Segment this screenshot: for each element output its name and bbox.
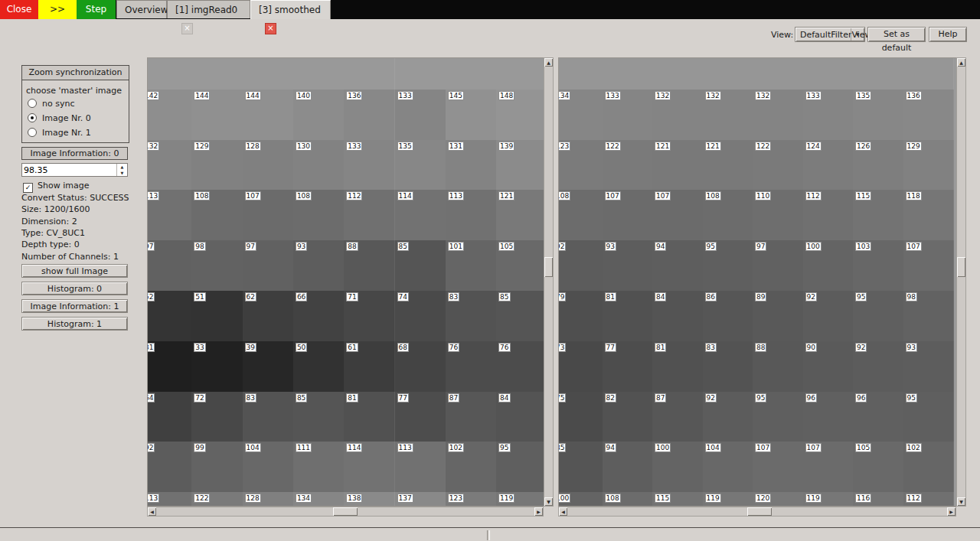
pixel-cell: 118	[903, 190, 955, 241]
step-button[interactable]: Step	[77, 0, 116, 19]
scroll-right-icon[interactable]: ▶	[534, 507, 543, 516]
pixel-cell: 102	[903, 442, 955, 493]
radio-icon[interactable]	[28, 128, 37, 137]
scroll-down-icon[interactable]: ▼	[544, 497, 553, 506]
chevron-down-icon[interactable]: ▼	[851, 28, 864, 41]
horizontal-scrollbar-0[interactable]: ◀ ▶	[147, 507, 544, 517]
pixel-cell: 92	[803, 291, 854, 342]
scrollbar-thumb[interactable]	[333, 507, 358, 516]
view-filter-select[interactable]: DefaultFilterView ▼	[795, 27, 865, 42]
pixel-value-label: 88	[755, 343, 766, 352]
pixel-value-label: 104	[705, 443, 721, 452]
pixel-value-label: 122	[194, 494, 210, 503]
help-button[interactable]: Help	[929, 27, 967, 42]
image-viewport-1[interactable]: 1341331321321321331351361231221211211221…	[558, 57, 957, 507]
vertical-scrollbar-1[interactable]: ▲ ▼	[956, 57, 966, 507]
tab-close-icon[interactable]: ×	[265, 23, 276, 34]
pixel-cell: 89	[753, 291, 804, 342]
pixel-cell: 92	[853, 341, 904, 393]
pixel-value-label: 113	[448, 191, 464, 200]
pixel-cell: 110	[753, 190, 804, 241]
tab-close-icon[interactable]: ×	[181, 23, 193, 34]
zoom-sync-header[interactable]: Zoom synchronization	[22, 66, 129, 80]
scroll-left-icon[interactable]: ◀	[148, 507, 156, 516]
pixel-cell: 76	[496, 341, 544, 393]
pixel-cell: 101	[446, 240, 497, 292]
image-information-1-button[interactable]: Image Information: 1	[21, 299, 128, 313]
pixel-cell: 85	[496, 291, 544, 342]
scrollbar-thumb[interactable]	[544, 257, 553, 277]
pixel-cell: 52	[147, 291, 192, 342]
pixel-value-label: 95	[705, 242, 717, 251]
pixel-value-label: 84	[655, 292, 666, 301]
radio-image-0[interactable]: Image Nr. 0	[28, 113, 91, 124]
radio-image-1[interactable]: Image Nr. 1	[28, 128, 91, 139]
show-full-image-button[interactable]: show full Image	[21, 264, 128, 278]
zoom-value-spinbox[interactable]: ▲ ▼	[21, 163, 128, 177]
radio-icon[interactable]	[28, 99, 37, 108]
pixel-cell: 132	[753, 90, 804, 141]
pixel-cell: 114	[344, 442, 395, 493]
pixel-cell: 94	[652, 240, 704, 292]
pixel-value-label: 107	[605, 191, 621, 200]
pixel-cell: 81	[652, 341, 704, 393]
fast-forward-button[interactable]: >>	[38, 0, 77, 19]
pixel-value-label: 100	[558, 494, 570, 503]
pixel-cell: 108	[558, 190, 603, 241]
radio-icon[interactable]	[28, 113, 37, 122]
pixel-value-label: 95	[906, 393, 917, 402]
pixel-cell: 133	[603, 90, 654, 141]
image-viewport-0[interactable]: 1421441441401361331451481321291281301331…	[147, 57, 544, 507]
pixel-value-label: 123	[448, 494, 464, 503]
pixel-cell: 102	[446, 442, 497, 493]
zoom-value-input[interactable]	[24, 165, 109, 175]
tab-overview[interactable]: Overview	[116, 0, 167, 18]
pixel-cell: 31	[147, 341, 192, 393]
vertical-scrollbar-0[interactable]: ▲ ▼	[544, 57, 554, 507]
pixel-cell: 128	[243, 492, 294, 507]
pixel-cell: 114	[395, 190, 446, 241]
tab-smoothed[interactable]: [3] smoothed×	[250, 0, 331, 19]
pixel-cell: 96	[803, 392, 854, 443]
pixel-cell: 100	[803, 240, 854, 292]
pixel-cell: 107	[603, 190, 654, 241]
pixel-cell: 123	[558, 140, 603, 191]
scroll-up-icon[interactable]: ▲	[957, 58, 965, 67]
scroll-right-icon[interactable]: ▶	[947, 507, 956, 516]
pixel-value-label: 131	[448, 142, 464, 151]
pixel-value-label: 108	[558, 191, 570, 200]
histogram-0-button[interactable]: Histogram: 0	[21, 282, 128, 295]
pixel-value-label: 98	[194, 242, 205, 251]
pixel-value-label: 101	[448, 242, 464, 251]
checkbox-icon[interactable]: ✓	[23, 183, 33, 193]
pixel-cell: 112	[903, 492, 955, 507]
close-button[interactable]: Close	[0, 0, 38, 19]
scroll-down-icon[interactable]: ▼	[957, 497, 965, 506]
pixel-cell: 97	[753, 240, 804, 292]
spin-up-icon[interactable]: ▲	[117, 164, 127, 170]
pixel-cell: 77	[603, 341, 654, 393]
pixel-cell: 81	[344, 392, 395, 443]
pixel-cell: 137	[395, 492, 446, 507]
histogram-1-button[interactable]: Histogram: 1	[21, 317, 128, 331]
scroll-up-icon[interactable]: ▲	[544, 58, 553, 67]
pixel-value-label: 76	[498, 343, 510, 352]
pixel-value-label: 94	[655, 242, 666, 251]
set-as-default-button[interactable]: Set as default	[867, 27, 926, 42]
pixel-value-label: 73	[558, 343, 566, 352]
convert-status-text: Convert Status: SUCCESS	[21, 193, 144, 204]
scrollbar-thumb[interactable]	[957, 257, 965, 277]
spin-down-icon[interactable]: ▼	[117, 170, 127, 176]
radio-no-sync[interactable]: no sync	[28, 99, 74, 109]
scroll-left-icon[interactable]: ◀	[559, 507, 567, 516]
pixel-value-label: 81	[605, 292, 616, 301]
scrollbar-thumb[interactable]	[747, 507, 772, 516]
pixel-cell: 140	[293, 90, 345, 141]
show-image-checkbox-row[interactable]: ✓Show image	[23, 181, 89, 191]
image-information-0-header[interactable]: Image Information: 0	[21, 147, 128, 160]
horizontal-scrollbar-1[interactable]: ◀ ▶	[558, 507, 956, 517]
pixel-value-label: 102	[448, 443, 464, 452]
tab-imgread0[interactable]: [1] imgRead0×	[167, 0, 250, 18]
pixel-cell	[652, 57, 704, 90]
pixel-value-label: 105	[498, 242, 514, 251]
